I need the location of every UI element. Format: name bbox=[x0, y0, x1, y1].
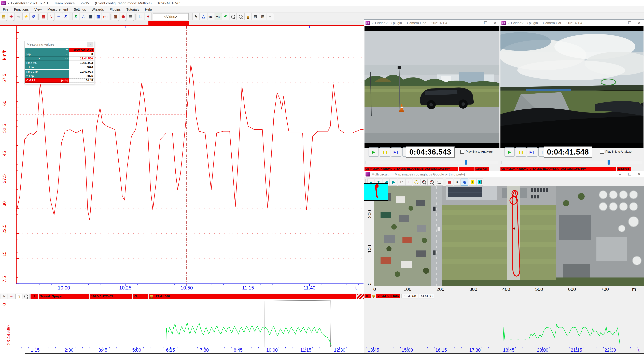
fft-button[interactable]: FFT bbox=[102, 13, 109, 20]
map-y-tick-label: 200 bbox=[364, 209, 375, 219]
zoom-tool-button[interactable] bbox=[23, 294, 30, 299]
channel-list-button[interactable]: ≔ bbox=[55, 13, 62, 20]
menu-item-plugins[interactable]: Plugins bbox=[107, 7, 124, 12]
gauge-button[interactable]: ◉▾ bbox=[120, 13, 127, 20]
video1-seek-slider[interactable] bbox=[366, 161, 498, 164]
zoom-x-button[interactable] bbox=[237, 13, 244, 20]
box-3d-button[interactable]: ▣▾ bbox=[112, 13, 119, 20]
lap-split-button[interactable]: ▤ bbox=[446, 179, 453, 186]
track-overview-inset[interactable] bbox=[364, 184, 388, 201]
menu-item-view[interactable]: View bbox=[32, 7, 44, 12]
close-icon[interactable]: ✕ bbox=[87, 42, 94, 47]
map-canvas[interactable] bbox=[374, 186, 644, 286]
histogram-tool-button[interactable]: ⊓ bbox=[16, 294, 22, 299]
window-arrange-button[interactable]: ❏ bbox=[137, 13, 144, 20]
open-file-button[interactable]: ▤▾ bbox=[0, 13, 7, 20]
maximize-icon[interactable]: ☐ bbox=[625, 171, 634, 177]
measuring-row-label: ◔▭ bbox=[25, 56, 69, 61]
lasso-button[interactable]: ◯ bbox=[413, 179, 420, 186]
session-overview-chart[interactable] bbox=[0, 300, 644, 353]
add-signal-button[interactable]: ✚▾ bbox=[8, 13, 15, 20]
menu-item-file[interactable]: File bbox=[0, 7, 11, 12]
play-button[interactable]: ▶ bbox=[504, 147, 515, 156]
zoom-out-button[interactable]: − bbox=[428, 179, 435, 186]
tools-button[interactable]: ✱ bbox=[144, 13, 152, 20]
expand-icon: ⊞ bbox=[261, 14, 264, 19]
xy-curves-green-button[interactable]: ✗ bbox=[72, 13, 80, 20]
pin-button[interactable]: ✎ bbox=[192, 13, 200, 20]
collapse-button[interactable]: ⊟ bbox=[252, 13, 259, 20]
status-source-name[interactable]: Sound_Speyer bbox=[39, 294, 89, 299]
status-resize-hatch[interactable] bbox=[356, 294, 364, 299]
video2-slider-thumb[interactable] bbox=[608, 160, 610, 165]
chart-small-button[interactable]: ∿▾ bbox=[48, 13, 54, 20]
maximize-icon[interactable]: ☐ bbox=[481, 20, 490, 26]
chart-grid-button[interactable]: ▦ bbox=[40, 13, 47, 20]
waveform-button: ∿ bbox=[15, 13, 22, 20]
menu-item-tutorials[interactable]: Tutorials bbox=[124, 7, 142, 12]
video1-slider-thumb[interactable] bbox=[465, 160, 467, 165]
pause-button[interactable]: ❚❚ bbox=[380, 147, 390, 156]
crosshair-button[interactable]: ⌖ bbox=[454, 179, 461, 186]
minimize-icon[interactable]: – bbox=[616, 20, 625, 26]
pan-right-button[interactable]: ▶ bbox=[390, 179, 397, 186]
curves-tool-button[interactable]: ∿ bbox=[8, 294, 15, 299]
menu-item-help[interactable]: Help bbox=[142, 7, 155, 12]
zoom-selection-box[interactable] bbox=[265, 301, 330, 347]
select-rect-button[interactable] bbox=[436, 179, 443, 186]
video-selector[interactable]: <Video> bbox=[153, 13, 188, 20]
pin-tool-button[interactable]: ✎ bbox=[1, 294, 8, 299]
zoom-button[interactable] bbox=[230, 13, 237, 20]
menu-item-settings[interactable]: Settings bbox=[71, 7, 89, 12]
close-icon[interactable]: ✕ bbox=[634, 171, 644, 177]
step-forward-button[interactable]: ▶❘ bbox=[527, 147, 537, 156]
table-button[interactable]: ▦ bbox=[87, 13, 94, 20]
undo-button[interactable]: ↶ bbox=[222, 13, 229, 20]
play-link-checkbox[interactable] bbox=[600, 150, 604, 154]
channel-list-icon: ≔ bbox=[56, 14, 60, 19]
horizontal-scrollbar[interactable] bbox=[25, 353, 644, 354]
ruler-button[interactable]: △ bbox=[200, 13, 207, 20]
status-lap-number[interactable]: 1 bbox=[30, 294, 38, 299]
maximize-icon[interactable]: ☐ bbox=[625, 20, 634, 26]
vs-button[interactable]: V(s) bbox=[207, 13, 214, 20]
align-button[interactable]: ≡ bbox=[267, 13, 274, 20]
move-button[interactable]: + bbox=[405, 179, 412, 186]
undo-view-button[interactable]: ↶ bbox=[398, 179, 405, 186]
lap-split-icon: ▤ bbox=[448, 180, 451, 184]
layer2-button[interactable]: 2 bbox=[476, 179, 484, 186]
minus-box-icon[interactable]: ▭ bbox=[65, 57, 68, 60]
step-forward-button[interactable]: ▶❘ bbox=[391, 147, 401, 156]
histogram-button[interactable]: ▥ bbox=[95, 13, 102, 20]
trophy-button[interactable] bbox=[244, 13, 252, 20]
layer1-button[interactable]: 1 bbox=[469, 179, 476, 186]
measuring-label-text: Lap bbox=[26, 53, 30, 56]
expand-button[interactable]: ⊞ bbox=[259, 13, 266, 20]
lightning-button[interactable]: ⚡ bbox=[22, 13, 30, 20]
report-button[interactable]: ≣▾ bbox=[127, 13, 134, 20]
xy-curves-blue-button[interactable]: ✗ bbox=[62, 13, 69, 20]
double-chevron-down-icon[interactable]: ⏷⏷ bbox=[66, 49, 68, 51]
vt-button[interactable]: V(t) bbox=[215, 13, 222, 20]
menu-item-functions[interactable]: Functions bbox=[11, 7, 32, 12]
close-icon[interactable]: ✕ bbox=[634, 20, 644, 26]
reload-button[interactable]: ↺ bbox=[30, 13, 37, 20]
satellite-map bbox=[374, 186, 644, 286]
toolbar-separator bbox=[191, 14, 191, 20]
status-event-name[interactable]: 1020-AUTO-05 bbox=[90, 294, 132, 299]
zoom-in-button[interactable]: + bbox=[420, 179, 428, 186]
measuring-row: Time tot.10:49.923 bbox=[25, 61, 94, 65]
play-link-checkbox[interactable] bbox=[460, 150, 464, 154]
status-lap-count[interactable]: 0L bbox=[133, 294, 148, 299]
pause-button[interactable]: ❚❚ bbox=[516, 147, 526, 156]
menu-item-wizards[interactable]: Wizards bbox=[89, 7, 107, 12]
menu-item-measurement[interactable]: Measurement bbox=[44, 7, 71, 12]
video2-seek-slider[interactable] bbox=[502, 161, 642, 164]
minimize-icon[interactable]: – bbox=[472, 20, 481, 26]
close-icon[interactable]: ✕ bbox=[490, 20, 500, 26]
play-button[interactable]: ▶ bbox=[368, 147, 379, 156]
map-mode-button[interactable]: ◉ bbox=[461, 179, 468, 186]
scatter-button[interactable]: ∴ bbox=[80, 13, 87, 20]
minimize-icon[interactable]: – bbox=[616, 171, 625, 177]
lap-tab-1[interactable]: 1 bbox=[148, 21, 189, 25]
